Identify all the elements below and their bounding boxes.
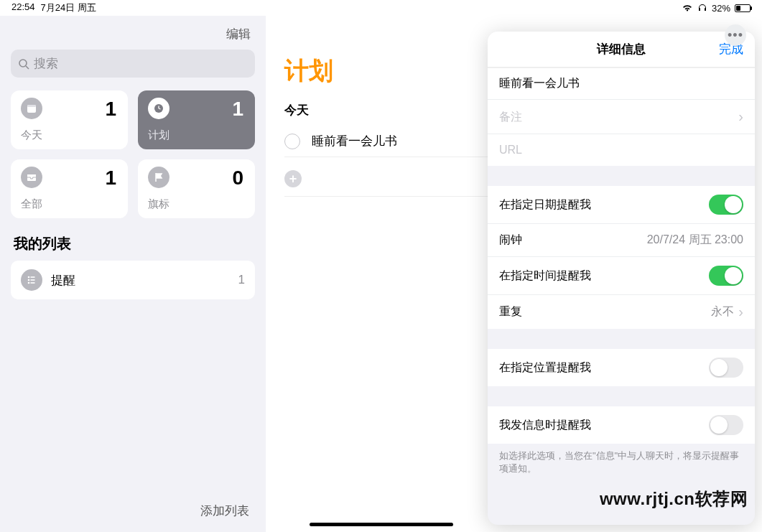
card-today-label: 今天 <box>21 129 42 142</box>
remind-location-label: 在指定位置提醒我 <box>499 360 591 375</box>
search-icon <box>18 58 29 70</box>
remind-date-toggle[interactable] <box>709 195 743 215</box>
svg-rect-10 <box>31 279 35 281</box>
list-count: 1 <box>238 273 245 287</box>
panel-header: 详细信息 完成 <box>488 32 755 67</box>
svg-point-11 <box>28 282 30 284</box>
card-scheduled-count: 1 <box>232 98 243 121</box>
watermark: www.rjtj.cn软荐网 <box>600 487 748 510</box>
remind-time-toggle[interactable] <box>709 266 743 286</box>
url-field[interactable] <box>488 134 755 166</box>
remind-message-toggle[interactable] <box>709 415 743 435</box>
message-hint: 如选择此选项，当您在"信息"中与人聊天时，将显示提醒事项通知。 <box>488 444 755 481</box>
repeat-row[interactable]: 重复 永不 › <box>488 295 755 329</box>
battery-percent: 32% <box>712 3 730 14</box>
remind-message-label: 我发信息时提醒我 <box>499 418 591 433</box>
remind-location-toggle[interactable] <box>709 358 743 378</box>
flag-icon <box>148 167 169 188</box>
svg-rect-3 <box>27 105 36 107</box>
remind-time-label: 在指定时间提醒我 <box>499 269 591 284</box>
chevron-right-icon: › <box>738 108 743 125</box>
battery-icon <box>735 4 751 12</box>
panel-title: 详细信息 <box>597 41 646 57</box>
card-all[interactable]: 1 全部 <box>11 159 128 218</box>
svg-point-0 <box>19 60 27 67</box>
card-flagged-count: 0 <box>232 167 243 190</box>
url-input[interactable] <box>499 144 743 157</box>
plus-icon: + <box>289 172 297 187</box>
svg-line-6 <box>159 108 161 109</box>
edit-button[interactable]: 编辑 <box>11 16 255 50</box>
svg-point-9 <box>28 279 30 281</box>
chevron-right-icon: › <box>738 304 743 320</box>
card-scheduled-label: 计划 <box>148 129 169 142</box>
card-today[interactable]: 1 今天 <box>11 90 128 149</box>
add-reminder-button[interactable]: + <box>284 170 302 187</box>
status-date: 7月24日 周五 <box>41 1 96 14</box>
title-field[interactable] <box>488 68 755 100</box>
inbox-icon <box>21 167 42 188</box>
card-all-label: 全部 <box>21 197 42 211</box>
list-item[interactable]: 提醒 1 <box>11 261 255 299</box>
notes-input[interactable] <box>499 111 734 123</box>
repeat-label: 重复 <box>499 304 522 319</box>
status-time: 22:54 <box>11 1 35 14</box>
home-indicator <box>310 523 453 526</box>
ellipsis-icon: ••• <box>728 28 743 43</box>
alarm-row[interactable]: 闹钟 20/7/24 周五 23:00 <box>488 224 755 257</box>
wifi-icon <box>682 4 693 12</box>
card-flagged-label: 旗标 <box>148 197 169 211</box>
card-today-count: 1 <box>105 98 116 121</box>
detail-panel: 详细信息 完成 › 在指定日期提醒我 闹钟 20/7/24 周五 23:00 在… <box>488 32 755 525</box>
reminder-text: 睡前看一会儿书 <box>312 133 397 149</box>
clock-icon <box>148 98 169 119</box>
title-input[interactable] <box>499 78 743 90</box>
reminder-radio[interactable] <box>284 134 300 149</box>
repeat-value: 永不 <box>711 304 734 319</box>
list-bullet-icon <box>21 269 42 291</box>
alarm-value: 20/7/24 周五 23:00 <box>647 233 743 248</box>
my-lists-header: 我的列表 <box>14 234 252 253</box>
card-all-count: 1 <box>105 167 116 190</box>
remind-message-row[interactable]: 我发信息时提醒我 <box>488 406 755 444</box>
status-bar: 22:54 7月24日 周五 32% <box>0 0 762 16</box>
remind-time-row[interactable]: 在指定时间提醒我 <box>488 257 755 295</box>
svg-point-7 <box>28 276 30 279</box>
add-list-button[interactable]: 添加列表 <box>11 490 255 532</box>
card-scheduled[interactable]: 1 计划 <box>138 90 255 149</box>
search-input[interactable]: 搜索 <box>11 50 255 78</box>
remind-location-row[interactable]: 在指定位置提醒我 <box>488 349 755 386</box>
card-flagged[interactable]: 0 旗标 <box>138 159 255 218</box>
svg-rect-12 <box>31 282 35 284</box>
notes-field[interactable]: › <box>488 100 755 134</box>
headphones-icon <box>697 4 707 12</box>
sidebar: 编辑 搜索 1 今天 1 计划 1 全部 <box>0 16 266 532</box>
svg-rect-8 <box>31 276 35 278</box>
alarm-label: 闹钟 <box>499 233 522 248</box>
remind-date-row[interactable]: 在指定日期提醒我 <box>488 186 755 224</box>
search-placeholder: 搜索 <box>34 55 58 72</box>
calendar-icon <box>21 98 42 119</box>
more-button[interactable]: ••• <box>725 24 746 46</box>
list-name: 提醒 <box>51 272 75 289</box>
svg-line-1 <box>26 66 29 69</box>
remind-date-label: 在指定日期提醒我 <box>499 197 591 213</box>
